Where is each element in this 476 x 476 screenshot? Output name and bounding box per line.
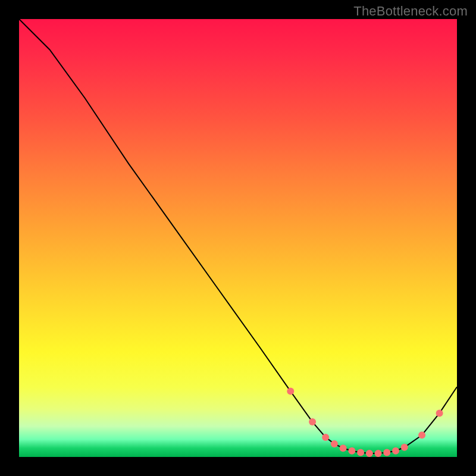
marker-dot	[287, 388, 294, 395]
marker-dot	[348, 447, 355, 455]
curve-layer	[19, 19, 457, 457]
marker-group	[287, 388, 443, 457]
marker-dot	[401, 444, 408, 451]
marker-dot	[309, 418, 316, 425]
marker-dot	[340, 444, 347, 452]
marker-dot	[436, 409, 443, 416]
marker-dot	[322, 434, 329, 441]
marker-dot	[366, 450, 373, 457]
marker-dot	[331, 440, 338, 447]
marker-dot	[392, 447, 399, 455]
marker-dot	[383, 449, 390, 456]
marker-dot	[375, 450, 382, 457]
marker-dot	[418, 431, 425, 439]
marker-dot	[357, 449, 364, 456]
curve-path	[19, 19, 457, 453]
chart-root: TheBottleneck.com	[0, 0, 476, 476]
attribution-label: TheBottleneck.com	[353, 4, 468, 19]
plot-area	[19, 19, 457, 457]
